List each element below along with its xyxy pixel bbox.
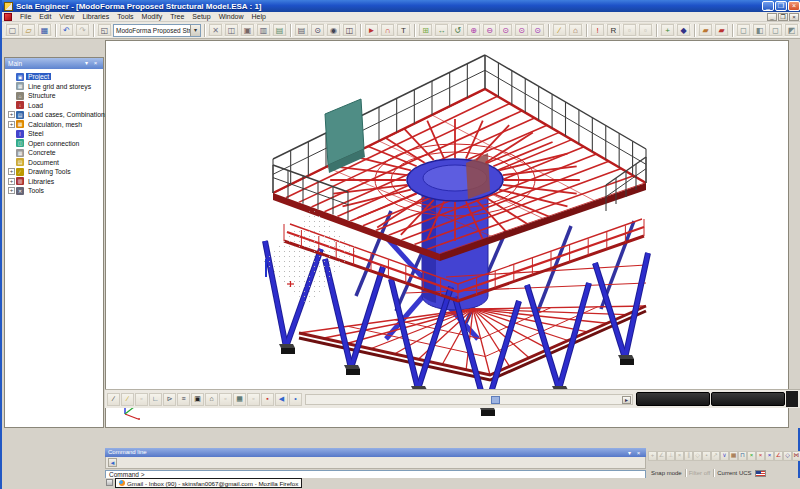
menu-item-modify[interactable]: Modify [138, 12, 167, 22]
tree-item-libraries[interactable]: +▥Libraries [7, 177, 103, 187]
tool-a-icon[interactable]: ▫ [622, 23, 637, 37]
rotate-view-icon[interactable]: ↺ [450, 23, 465, 37]
flag-view-icon[interactable]: ⊳ [163, 393, 176, 406]
accel-2-icon[interactable]: ▰ [714, 23, 729, 37]
snap-box-icon[interactable]: ⊓ [738, 451, 747, 461]
taskbar-app-icon[interactable] [106, 479, 113, 486]
menu-item-tree[interactable]: Tree [166, 12, 188, 22]
alert-icon[interactable]: ! [590, 23, 605, 37]
save-icon[interactable]: ▦ [37, 23, 52, 37]
redo-icon[interactable]: ↷ [75, 23, 90, 37]
add-member-icon[interactable]: ◆ [676, 23, 691, 37]
snap-x-blue-icon[interactable]: × [765, 451, 774, 461]
tree-item-tools[interactable]: +✕Tools [7, 186, 103, 196]
menu-item-help[interactable]: Help [248, 12, 270, 22]
panel-collapse-icon[interactable]: ▾ [625, 449, 634, 458]
copy-icon[interactable]: ◫ [224, 23, 239, 37]
open-icon[interactable]: ▱ [21, 23, 36, 37]
mdi-restore-button[interactable]: ❐ [778, 13, 788, 21]
menu-item-tools[interactable]: Tools [113, 12, 137, 22]
panel-close-icon[interactable]: × [634, 449, 643, 458]
dot-marker-icon[interactable]: • [289, 393, 302, 406]
view-front-icon[interactable]: ◧ [752, 23, 767, 37]
preview-pane-left[interactable] [636, 392, 710, 406]
snap-v-icon[interactable]: ∨ [720, 451, 729, 461]
clipboard-icon[interactable]: ▥ [256, 23, 271, 37]
pan-icon[interactable]: ↔ [434, 23, 449, 37]
run-icon[interactable]: R [606, 23, 621, 37]
snapshot-icon[interactable]: ◉ [326, 23, 341, 37]
close-panel-icon[interactable]: × [91, 59, 100, 68]
home-view-icon[interactable]: ⌂ [205, 393, 218, 406]
menu-item-libraries[interactable]: Libraries [78, 12, 113, 22]
expand-icon[interactable]: + [8, 187, 15, 194]
mdi-minimize-button[interactable]: _ [767, 13, 777, 21]
new-icon[interactable]: ▢ [5, 23, 20, 37]
mesh-grid-icon[interactable]: ▦ [233, 393, 246, 406]
tree-panel-header[interactable]: Main ▾ × [5, 58, 103, 69]
minimize-button[interactable]: _ [762, 1, 774, 11]
snap-x-red-icon[interactable]: × [756, 451, 765, 461]
menu-item-window[interactable]: Window [215, 12, 248, 22]
menu-item-view[interactable]: View [55, 12, 78, 22]
tree-item-line-grid-and-storeys[interactable]: ▦Line grid and storeys [7, 82, 103, 92]
zoom-in-icon[interactable]: ⊕ [466, 23, 481, 37]
new-window-icon[interactable]: ◱ [97, 23, 112, 37]
expand-icon[interactable]: + [8, 168, 15, 175]
snap-cross-icon[interactable]: × [675, 451, 684, 461]
snap-grid-icon[interactable]: ▦ [729, 451, 738, 461]
expand-icon[interactable]: + [8, 121, 15, 128]
vb-gray-3-icon[interactable]: ▫ [247, 393, 260, 406]
tree-item-structure[interactable]: ⌂Structure [7, 91, 103, 101]
accel-1-icon[interactable]: ▰ [698, 23, 713, 37]
paste-icon[interactable]: ▣ [240, 23, 255, 37]
snap-diamond-icon[interactable]: ◇ [693, 451, 702, 461]
tree-item-calculation-mesh[interactable]: +▦Calculation, mesh [7, 120, 103, 130]
chevron-down-icon[interactable]: ▾ [190, 25, 200, 36]
add-node-icon[interactable]: + [660, 23, 675, 37]
snap-free-icon[interactable]: + [648, 451, 657, 461]
red-marker-icon[interactable]: ▪ [261, 393, 274, 406]
vb-gray-2-icon[interactable]: ▫ [219, 393, 232, 406]
print-icon[interactable]: ▤ [294, 23, 309, 37]
view-side-icon[interactable]: ◻ [768, 23, 783, 37]
snap-x-green-icon[interactable]: × [747, 451, 756, 461]
menu-item-edit[interactable]: Edit [35, 12, 55, 22]
tree-item-steel[interactable]: ISteel [7, 129, 103, 139]
mdi-close-button[interactable]: × [789, 13, 799, 21]
snap-mode-label[interactable]: Snap mode [648, 470, 685, 476]
scrollbar-thumb[interactable] [491, 396, 500, 404]
tree-item-load[interactable]: ↓Load [7, 101, 103, 111]
tree-item-open-connection[interactable]: ◫Open connection [7, 139, 103, 149]
zoom-out-icon[interactable]: ⊖ [482, 23, 497, 37]
text-select-icon[interactable]: T [396, 23, 411, 37]
tree-item-drawing-tools[interactable]: +∕Drawing Tools [7, 167, 103, 177]
snap-join-icon[interactable]: ⋈ [792, 451, 800, 461]
snap-arrow-icon[interactable]: ↗ [711, 451, 720, 461]
snap-angle-red-icon[interactable]: ∠ [774, 451, 783, 461]
cut-icon[interactable]: ✕ [208, 23, 223, 37]
menu-item-file[interactable]: File [16, 12, 35, 22]
command-line-header[interactable]: Command line ▾ × [105, 448, 646, 457]
magnet-icon[interactable]: ∩ [380, 23, 395, 37]
sound-icon[interactable]: ◀ [275, 393, 288, 406]
snap-dot-icon[interactable]: • [702, 451, 711, 461]
find-icon[interactable]: ⊙ [310, 23, 325, 37]
tree-item-concrete[interactable]: ▦Concrete [7, 148, 103, 158]
tree-item-load-cases-combinations[interactable]: +▤Load cases, Combinations [7, 110, 103, 120]
pin-icon[interactable]: ▾ [82, 59, 91, 68]
expand-icon[interactable]: + [8, 111, 15, 118]
view-top-icon[interactable]: ◻ [736, 23, 751, 37]
edit-pencil-icon[interactable]: ∕ [552, 23, 567, 37]
structural-model-3d[interactable] [106, 41, 789, 428]
menu-item-setup[interactable]: Setup [188, 12, 214, 22]
current-ucs-label[interactable]: Current UCS [714, 470, 754, 476]
scroll-right-icon[interactable]: ► [622, 396, 631, 404]
close-button[interactable]: × [788, 1, 800, 11]
firefox-taskbar-button[interactable]: Gmail - Inbox (90) - skinsfan0067@gmail.… [115, 478, 302, 488]
viewport-3d[interactable]: ▲ ▼ [105, 40, 789, 428]
solid-box-icon[interactable]: ▣ [191, 393, 204, 406]
axis-chart-icon[interactable]: ∟ [149, 393, 162, 406]
draw-black-pen-icon[interactable]: ∕ [107, 393, 120, 406]
horizontal-scrollbar[interactable]: ► [305, 394, 633, 405]
